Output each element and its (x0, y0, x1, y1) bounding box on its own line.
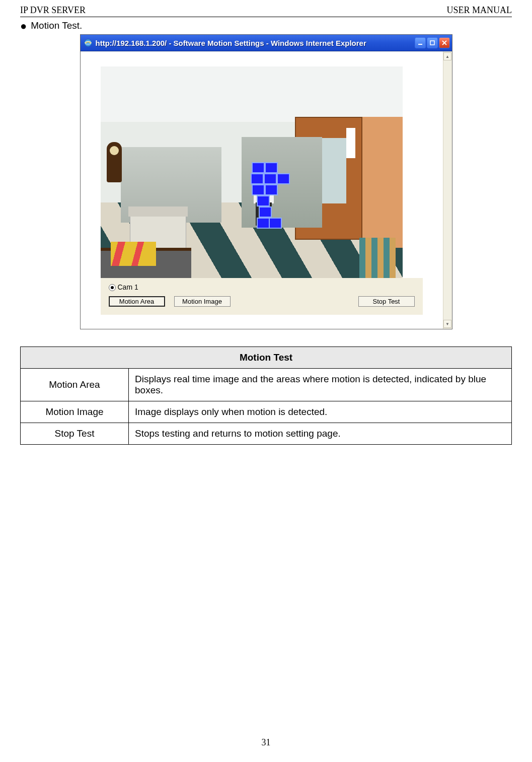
table-term: Motion Area (21, 369, 129, 401)
motion-grid-cell (269, 218, 282, 229)
motion-test-table: Motion Test Motion AreaDisplays real tim… (20, 347, 512, 445)
maximize-icon (430, 40, 435, 45)
table-description: Stops testing and returns to motion sett… (129, 423, 512, 445)
window-controls (415, 37, 450, 48)
window-titlebar[interactable]: http://192.168.1.200/ - Software Motion … (81, 35, 452, 51)
motion-grid-cell (277, 173, 290, 184)
scene-folders (111, 242, 156, 266)
minimize-icon (418, 40, 423, 45)
bullet-text: Motion Test. (31, 20, 82, 31)
ie-window: http://192.168.1.200/ - Software Motion … (80, 34, 452, 329)
ie-logo-icon (84, 38, 93, 47)
cam1-radio-label: Cam 1 (118, 283, 138, 291)
control-panel: Cam 1 Motion Area Motion Image Stop Test (101, 278, 423, 315)
motion-grid-cell (264, 173, 277, 184)
motion-grid-cell (252, 162, 265, 173)
motion-area-button[interactable]: Motion Area (109, 296, 165, 307)
scene-right-wall (360, 117, 403, 248)
table-term: Stop Test (21, 423, 129, 445)
motion-grid-cell (265, 162, 278, 173)
svg-rect-2 (418, 44, 422, 45)
minimize-button[interactable] (415, 37, 426, 48)
vertical-scrollbar[interactable]: ▲ ▼ (443, 51, 452, 329)
close-icon (442, 40, 447, 45)
table-row: Stop TestStops testing and returns to mo… (21, 423, 512, 445)
motion-grid-cell (252, 184, 265, 195)
motion-grid-cell (257, 218, 270, 229)
table-row: Motion AreaDisplays real time image and … (21, 369, 512, 401)
motion-grid-cell (257, 195, 270, 206)
scene-door-sign (346, 128, 355, 158)
table-description: Image displays only when motion is detec… (129, 401, 512, 423)
stop-test-button[interactable]: Stop Test (358, 296, 415, 307)
maximize-button[interactable] (427, 37, 438, 48)
scene-ceiling (101, 66, 403, 122)
scene-bookshelf (359, 238, 396, 278)
window-title: http://192.168.1.200/ - Software Motion … (96, 39, 415, 47)
window-content: Cam 1 Motion Area Motion Image Stop Test (81, 51, 443, 329)
header-left: IP DVR SERVER (20, 5, 86, 16)
motion-grid-cell (259, 206, 272, 218)
header-right: USER MANUAL (446, 5, 512, 16)
cam1-radio[interactable] (109, 284, 116, 291)
motion-grid-cell (265, 184, 278, 195)
motion-grid-cell (251, 173, 264, 184)
camera-preview (101, 66, 403, 278)
table-term: Motion Image (21, 401, 129, 423)
table-description: Displays real time image and the areas w… (129, 369, 512, 401)
page-number: 31 (0, 737, 532, 748)
table-title: Motion Test (21, 347, 512, 369)
close-button[interactable] (439, 37, 450, 48)
svg-rect-3 (430, 41, 434, 45)
camera-radio-row: Cam 1 (109, 283, 415, 291)
section-bullet: ●Motion Test. (20, 20, 512, 31)
scroll-down-icon[interactable]: ▼ (443, 320, 451, 328)
scene-clock (107, 142, 122, 182)
page-header: IP DVR SERVER USER MANUAL (20, 5, 512, 17)
bullet-icon: ● (20, 20, 27, 32)
scroll-up-icon[interactable]: ▲ (443, 52, 451, 60)
motion-image-button[interactable]: Motion Image (174, 296, 231, 307)
table-row: Motion ImageImage displays only when mot… (21, 401, 512, 423)
